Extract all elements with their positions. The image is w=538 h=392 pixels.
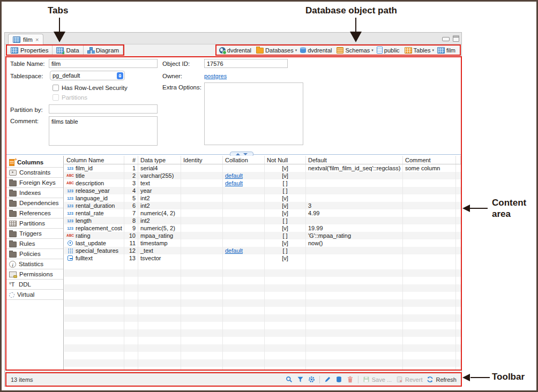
cell-identity[interactable] xyxy=(181,202,223,209)
cell-not-null[interactable]: [v] xyxy=(265,172,306,179)
edit-pencil-icon[interactable] xyxy=(324,376,331,383)
cell-identity[interactable] xyxy=(181,209,223,217)
database-icon[interactable] xyxy=(335,376,342,383)
cell-not-null[interactable]: [v] xyxy=(265,239,306,247)
grid-row[interactable]: rental_duration 6 int2 [v] 3 xyxy=(64,202,461,209)
sidebar-item[interactable]: Virtual xyxy=(6,290,63,300)
cell-default[interactable]: now() xyxy=(306,239,403,247)
breadcrumb-item[interactable]: Schemas ▾ xyxy=(337,47,373,54)
cell-comment[interactable] xyxy=(403,194,456,202)
cell-not-null[interactable]: [ ] xyxy=(265,217,306,224)
cell-identity[interactable] xyxy=(181,217,223,224)
tab[interactable]: Properties xyxy=(7,46,53,55)
search-icon[interactable] xyxy=(286,376,293,383)
cell-identity[interactable] xyxy=(181,232,223,239)
maximize-icon[interactable] xyxy=(453,35,459,42)
cell-column-name[interactable]: special_features xyxy=(64,247,124,254)
cell-not-null[interactable]: [v] xyxy=(265,254,306,262)
cell-ordinal[interactable]: 13 xyxy=(124,254,138,262)
grid-row[interactable]: rating 10 mpaa_rating [ ] 'G'::mpaa_rati… xyxy=(64,232,461,239)
cell-not-null[interactable]: [v] xyxy=(265,164,306,172)
sidebar-item[interactable]: Indexes xyxy=(6,188,63,198)
breadcrumb-item[interactable]: film xyxy=(437,47,457,54)
cell-ordinal[interactable]: 10 xyxy=(124,232,138,239)
sidebar-item[interactable]: References xyxy=(6,208,63,218)
cell-not-null[interactable]: [v] xyxy=(265,209,306,217)
cell-identity[interactable] xyxy=(181,254,223,262)
col-header-comment[interactable]: Comment xyxy=(403,156,456,164)
cell-not-null[interactable]: [v] xyxy=(265,224,306,232)
filter-icon[interactable] xyxy=(297,376,304,383)
cell-collation[interactable] xyxy=(223,254,265,262)
cell-comment[interactable] xyxy=(403,187,456,194)
col-header-name[interactable]: Column Name xyxy=(64,156,124,164)
owner-link[interactable]: postgres xyxy=(204,73,227,79)
cell-column-name[interactable]: fulltext xyxy=(64,254,124,262)
col-header-notnull[interactable]: Not Null xyxy=(265,156,306,164)
delete-trash-icon[interactable] xyxy=(347,376,354,383)
cell-comment[interactable]: some column xyxy=(403,164,456,172)
sidebar-item[interactable]: Rules xyxy=(6,239,63,249)
cell-comment[interactable] xyxy=(403,179,456,187)
breadcrumb-item[interactable]: dvdrental xyxy=(219,47,253,54)
breadcrumb-item[interactable]: Databases ▾ xyxy=(256,47,297,54)
cell-column-name[interactable]: language_id xyxy=(64,194,124,202)
chevron-down-icon[interactable]: ▾ xyxy=(432,48,434,52)
cell-ordinal[interactable]: 2 xyxy=(124,172,138,179)
cell-default[interactable]: 'G'::mpaa_rating xyxy=(306,232,403,239)
cell-collation[interactable] xyxy=(223,217,265,224)
cell-comment[interactable] xyxy=(403,232,456,239)
grid-row[interactable]: last_update 11 timestamp [v] now() xyxy=(64,239,461,247)
col-header-num[interactable]: # xyxy=(124,156,138,164)
cell-default[interactable] xyxy=(306,172,403,179)
grid-row[interactable]: length 8 int2 [ ] xyxy=(64,217,461,224)
cell-data-type[interactable]: tsvector xyxy=(138,254,181,262)
chevron-down-icon[interactable]: ▾ xyxy=(371,48,373,52)
cell-comment[interactable] xyxy=(403,247,456,254)
cell-default[interactable] xyxy=(306,187,403,194)
cell-column-name[interactable]: replacement_cost xyxy=(64,224,124,232)
cell-column-name[interactable]: rental_rate xyxy=(64,209,124,217)
settings-gear-icon[interactable] xyxy=(308,376,315,383)
grid-row[interactable]: replacement_cost 9 numeric(5, 2) [v] 19.… xyxy=(64,224,461,232)
cell-not-null[interactable]: [v] xyxy=(265,194,306,202)
sidebar-item[interactable]: DDL xyxy=(6,280,63,290)
cell-data-type[interactable]: int2 xyxy=(138,202,181,209)
cell-ordinal[interactable]: 8 xyxy=(124,217,138,224)
cell-ordinal[interactable]: 3 xyxy=(124,179,138,187)
tablespace-select[interactable]: pg_default xyxy=(50,71,125,80)
cell-column-name[interactable]: length xyxy=(64,217,124,224)
cell-ordinal[interactable]: 9 xyxy=(124,224,138,232)
cell-column-name[interactable]: rental_duration xyxy=(64,202,124,209)
cell-not-null[interactable]: [ ] xyxy=(265,232,306,239)
grid-row[interactable]: description 3 text default [ ] xyxy=(64,179,461,187)
cell-not-null[interactable]: [ ] xyxy=(265,247,306,254)
cell-column-name[interactable]: last_update xyxy=(64,239,124,247)
cell-column-name[interactable]: title xyxy=(64,172,124,179)
sidebar-item[interactable]: Dependencies xyxy=(6,198,63,208)
cell-not-null[interactable]: [v] xyxy=(265,202,306,209)
revert-button[interactable]: Revert xyxy=(396,376,422,383)
object-id-input[interactable]: 17576 xyxy=(204,59,288,68)
row-level-security-checkbox[interactable] xyxy=(53,85,59,91)
cell-collation[interactable] xyxy=(223,209,265,217)
tab[interactable]: Data xyxy=(53,46,83,55)
cell-collation[interactable]: default xyxy=(223,172,265,179)
cell-default[interactable] xyxy=(306,179,403,187)
cell-identity[interactable] xyxy=(181,164,223,172)
sidebar-item[interactable]: Policies xyxy=(6,249,63,259)
cell-comment[interactable] xyxy=(403,202,456,209)
table-name-input[interactable]: film xyxy=(49,59,158,68)
grid-row[interactable]: language_id 5 int2 [v] xyxy=(64,194,461,202)
collapse-up-icon[interactable] xyxy=(236,153,240,155)
cell-ordinal[interactable]: 1 xyxy=(124,164,138,172)
grid-row[interactable]: fulltext 13 tsvector [v] xyxy=(64,254,461,262)
cell-column-name[interactable]: film_id xyxy=(64,164,124,172)
sidebar-item[interactable]: Permissions xyxy=(6,269,63,280)
cell-comment[interactable] xyxy=(403,172,456,179)
cell-comment[interactable] xyxy=(403,217,456,224)
comment-textarea[interactable]: films table xyxy=(49,116,158,146)
cell-ordinal[interactable]: 6 xyxy=(124,202,138,209)
cell-column-name[interactable]: rating xyxy=(64,232,124,239)
chevron-down-icon[interactable]: ▾ xyxy=(295,48,297,52)
